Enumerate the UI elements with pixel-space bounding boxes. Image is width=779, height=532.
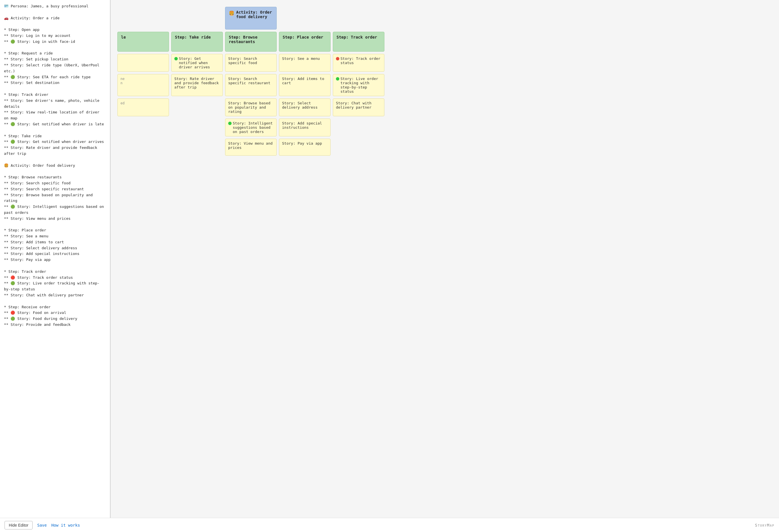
story-track-order-1[interactable]: Story: Track order status	[333, 54, 384, 72]
activity-card[interactable]: 🍔 Activity: Order food delivery	[225, 7, 277, 29]
step-label-browse: Step: Browse restaurants	[229, 35, 273, 44]
step-card-place-order[interactable]: Step: Place order	[279, 32, 331, 52]
canvas-grid: 🍔 Activity: Order food delivery le Step:…	[116, 6, 385, 157]
story-place-order-2-text: Story: Add items to cart	[282, 76, 327, 85]
story-track-order-1-text: Story: Track order status	[341, 56, 381, 65]
partial-story-3-text: ed	[120, 101, 124, 105]
empty-r6-c1	[171, 119, 223, 136]
partial-step-label: le	[121, 35, 126, 40]
empty-cell-1	[171, 7, 223, 29]
story-take-ride-1-text: Story: Get notified when driver arrives	[179, 56, 220, 69]
step-label-take-ride: Step: Take ride	[175, 35, 211, 40]
partial-step-card: le	[117, 32, 169, 52]
empty-r6-c0	[117, 119, 169, 136]
story-place-order-1-text: Story: See a menu	[282, 56, 320, 61]
editor-panel[interactable]: 🪪 Persona: James, a busy professional 🚗 …	[0, 0, 111, 518]
story-place-order-5-text: Story: Pay via app	[282, 141, 322, 145]
storymap-brand: StoryMap	[755, 523, 774, 527]
step-label-place-order: Step: Place order	[283, 35, 323, 40]
story-place-order-3[interactable]: Story: Select delivery address	[279, 99, 331, 116]
story-place-order-2[interactable]: Story: Add items to cart	[279, 74, 331, 96]
story-take-ride-2-text: Story: Rate driver and provide feedback …	[174, 76, 220, 89]
story-browse-1[interactable]: Story: Search specific food	[225, 54, 277, 72]
story-browse-4[interactable]: Story: Intelligent suggestions based on …	[225, 119, 277, 136]
empty-cell-3	[279, 7, 331, 29]
story-track-order-2[interactable]: Story: Live order tracking with step-by-…	[333, 74, 384, 96]
story-track-order-3-text: Story: Chat with delivery partner	[336, 101, 381, 110]
story-track-order-3[interactable]: Story: Chat with delivery partner	[333, 99, 384, 116]
empty-r7-c1	[171, 139, 223, 156]
story-browse-2-text: Story: Search specific restaurant	[228, 76, 274, 85]
story-take-ride-1[interactable]: Story: Get notified when driver arrives	[171, 54, 223, 72]
dot-red-icon-1	[336, 57, 339, 60]
main-canvas[interactable]: 🍔 Activity: Order food delivery le Step:…	[111, 0, 779, 518]
story-place-order-5[interactable]: Story: Pay via app	[279, 139, 331, 156]
partial-story-2-text: nen	[120, 77, 124, 85]
empty-cell-4	[333, 7, 384, 29]
story-browse-2[interactable]: Story: Search specific restaurant	[225, 74, 277, 96]
story-browse-4-text: Story: Intelligent suggestions based on …	[233, 121, 274, 134]
story-browse-1-text: Story: Search specific food	[228, 56, 274, 65]
empty-r7-c0	[117, 139, 169, 156]
empty-cell-0	[117, 7, 169, 29]
story-browse-5-text: Story: View menu and prices	[228, 141, 274, 150]
step-card-track-order[interactable]: Step: Track order	[333, 32, 384, 52]
step-card-browse[interactable]: Step: Browse restaurants	[225, 32, 277, 52]
dot-green-icon-2	[336, 77, 339, 80]
story-track-order-2-text: Story: Live order tracking with step-by-…	[341, 76, 381, 94]
dot-green-icon-4	[228, 122, 232, 125]
activity-label: Activity: Order food delivery	[236, 10, 273, 19]
story-browse-3[interactable]: Story: Browse based on popularity and ra…	[225, 99, 277, 116]
story-place-order-4[interactable]: Story: Add special instructions	[279, 119, 331, 136]
bottom-bar: Hide Editor Save How it works StoryMap	[0, 518, 779, 532]
dot-green-icon	[174, 57, 178, 60]
story-place-order-3-text: Story: Select delivery address	[282, 101, 327, 110]
partial-story-2: nen	[117, 74, 169, 96]
track-order-empty-r6	[333, 119, 384, 136]
story-take-ride-2[interactable]: Story: Rate driver and provide feedback …	[171, 74, 223, 96]
how-it-works-link[interactable]: How it works	[51, 523, 80, 527]
partial-story-3: ed	[117, 99, 169, 116]
partial-story-1	[117, 54, 169, 72]
story-place-order-4-text: Story: Add special instructions	[282, 121, 327, 130]
take-ride-empty	[171, 99, 223, 116]
step-label-track-order: Step: Track order	[337, 35, 377, 40]
story-browse-5[interactable]: Story: View menu and prices	[225, 139, 277, 156]
editor-content[interactable]: 🪪 Persona: James, a busy professional 🚗 …	[4, 3, 106, 328]
story-browse-3-text: Story: Browse based on popularity and ra…	[228, 101, 274, 114]
hide-editor-button[interactable]: Hide Editor	[5, 521, 33, 529]
empty-r7-c4	[333, 139, 384, 156]
save-link[interactable]: Save	[37, 523, 47, 527]
story-place-order-1[interactable]: Story: See a menu	[279, 54, 331, 72]
activity-icon: 🍔	[229, 10, 234, 16]
step-card-take-ride[interactable]: Step: Take ride	[171, 32, 223, 52]
